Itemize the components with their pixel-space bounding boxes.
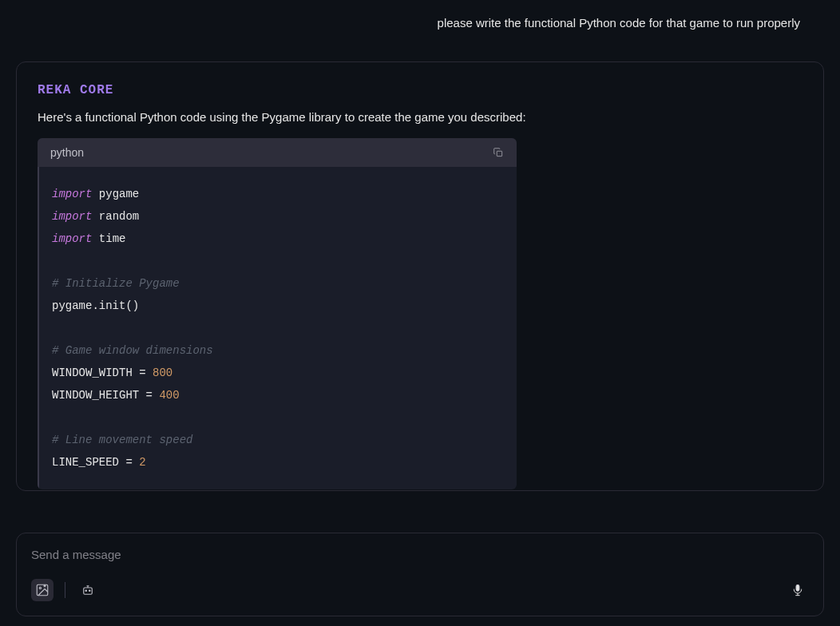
- svg-rect-0: [497, 151, 501, 156]
- user-message: please write the functional Python code …: [0, 0, 840, 46]
- code-token: pygame: [92, 188, 139, 200]
- toolbar-left: [31, 579, 99, 601]
- code-token: WINDOW_WIDTH =: [52, 366, 153, 379]
- code-token: 800: [153, 366, 172, 379]
- code-token: LINE_SPEED =: [52, 456, 139, 469]
- code-token: # Game window dimensions: [52, 344, 213, 357]
- code-token: import: [52, 188, 92, 200]
- code-token: pygame.init(): [52, 299, 139, 312]
- toolbar-divider: [65, 582, 65, 598]
- copy-icon[interactable]: [493, 147, 504, 158]
- code-token: import: [52, 210, 92, 223]
- svg-rect-3: [84, 588, 93, 594]
- code-token: # Line movement speed: [52, 434, 192, 446]
- svg-point-4: [85, 590, 87, 592]
- model-name-label: REKA CORE: [38, 83, 802, 97]
- code-token: import: [52, 232, 92, 245]
- code-content: import pygame import random import time …: [38, 167, 517, 489]
- svg-point-2: [39, 587, 41, 588]
- user-message-text: please write the functional Python code …: [438, 16, 800, 30]
- code-header: python: [38, 138, 517, 167]
- svg-point-5: [89, 590, 91, 592]
- input-area: [16, 533, 824, 616]
- code-token: random: [92, 210, 139, 223]
- input-toolbar: [31, 579, 809, 601]
- message-input[interactable]: [31, 548, 809, 561]
- code-block: python import pygame import random impor…: [38, 138, 517, 489]
- robot-icon[interactable]: [77, 579, 99, 601]
- assistant-message: REKA CORE Here's a functional Python cod…: [16, 61, 824, 491]
- microphone-icon[interactable]: [787, 579, 809, 601]
- code-language-label: python: [50, 146, 84, 159]
- code-token: WINDOW_HEIGHT =: [52, 389, 159, 402]
- assistant-intro-text: Here's a functional Python code using th…: [38, 110, 802, 124]
- code-token: 400: [159, 389, 179, 402]
- code-token: 2: [139, 456, 145, 469]
- code-token: # Initialize Pygame: [52, 277, 180, 290]
- attach-image-icon[interactable]: [31, 579, 53, 601]
- code-token: time: [92, 232, 125, 245]
